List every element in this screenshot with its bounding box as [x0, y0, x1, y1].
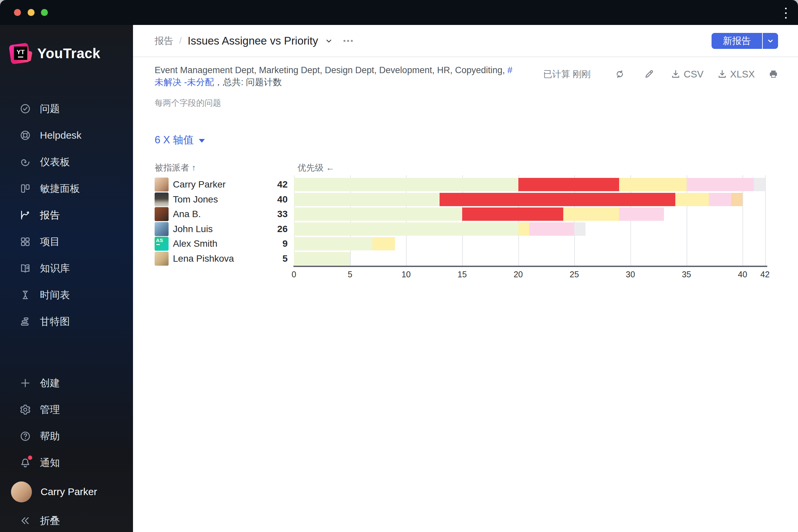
hourglass-icon	[19, 289, 31, 301]
breadcrumb-reports-link[interactable]: 报告	[155, 35, 173, 47]
page-title: Issues Assignee vs Priority	[188, 35, 318, 47]
sidebar-item-label: 时间表	[40, 288, 70, 302]
notification-badge	[28, 456, 32, 460]
bar-segment-priority-pink[interactable]	[619, 208, 664, 221]
bar-segment-priority-gray[interactable]	[574, 223, 586, 236]
chart-row-john-luis: John Luis26	[155, 222, 776, 237]
assignee-name[interactable]: Alex Smith	[173, 239, 217, 249]
bar-segment-priority-orange[interactable]	[731, 193, 742, 206]
priority-column-header[interactable]: 优先级 ←	[298, 162, 335, 174]
avatar	[11, 481, 32, 502]
chart-row-ana-b-: Ana B.33	[155, 207, 776, 222]
sidebar-item-仪表板[interactable]: 仪表板	[0, 149, 133, 175]
collapse-chevrons-icon	[19, 515, 31, 527]
sidebar-item-敏捷面板[interactable]: 敏捷面板	[0, 175, 133, 202]
plus-icon	[19, 377, 31, 389]
sidebar-item-label: 项目	[40, 235, 60, 249]
bar-segment-priority-pink[interactable]	[529, 223, 574, 236]
export-xlsx-button[interactable]: XLSX	[717, 69, 755, 80]
youtrack-logo-icon: YT	[9, 43, 30, 64]
refresh-icon[interactable]	[614, 69, 625, 79]
sidebar-item-项目[interactable]: 项目	[0, 228, 133, 255]
page-header: 报告 / Issues Assignee vs Priority 新报告	[133, 25, 798, 57]
assignee-column-header[interactable]: 被指派者 ↑	[155, 162, 196, 174]
bar-segment-priority-yellow[interactable]	[518, 223, 530, 236]
sidebar-item-帮助[interactable]: 帮助	[0, 423, 133, 450]
minimize-window-button[interactable]	[27, 9, 35, 16]
title-more-menu-icon[interactable]	[343, 40, 353, 42]
avatar: AS	[155, 237, 169, 251]
x-tick-label: 20	[514, 270, 523, 279]
zoom-window-button[interactable]	[41, 9, 48, 16]
assignee-name[interactable]: John Luis	[173, 224, 213, 234]
x-axis-values-dropdown[interactable]: 6 X 轴值	[155, 133, 205, 147]
sidebar-item-label: 通知	[40, 456, 60, 470]
x-axis-ticks: 051015202530354042	[155, 270, 776, 284]
close-window-button[interactable]	[14, 9, 21, 16]
screen: YT YouTrack 问题Helpdesk仪表板敏捷面板报告项目知识库时间表甘…	[0, 0, 798, 532]
report-toolbar: 已计算 刚刚	[543, 68, 779, 80]
chart-row-alex-smith: ASAlex Smith9	[155, 236, 776, 251]
main-content: 报告 / Issues Assignee vs Priority 新报告 Ev	[133, 25, 798, 532]
title-chevron-down-icon[interactable]	[325, 37, 333, 45]
edit-pencil-icon[interactable]	[644, 69, 654, 79]
export-csv-button[interactable]: CSV	[670, 69, 704, 80]
calculated-status-text: 已计算 刚刚	[543, 68, 591, 80]
assignee-total: 9	[251, 239, 288, 249]
bar-segment-priority-green[interactable]	[294, 252, 350, 265]
bar-segment-priority-green[interactable]	[294, 178, 518, 191]
bar-segment-priority-yellow[interactable]	[675, 193, 709, 206]
x-tick-label: 25	[570, 270, 579, 279]
x-tick-label: 10	[401, 270, 411, 279]
x-tick-label: 40	[738, 270, 747, 279]
sidebar-item-label: 知识库	[40, 262, 70, 275]
sidebar-item-label: Helpdesk	[40, 130, 81, 141]
bar-segment-priority-pink[interactable]	[709, 193, 731, 206]
gantt-icon	[19, 316, 31, 327]
assignee-name[interactable]: Lena Pishkova	[173, 253, 234, 264]
report-chart-icon	[19, 209, 31, 221]
bar-segment-priority-yellow[interactable]	[619, 178, 686, 191]
sidebar-item-创建[interactable]: 创建	[0, 370, 133, 396]
new-report-button[interactable]: 新报告	[711, 33, 762, 49]
sidebar-user-profile[interactable]: Carry Parker	[0, 476, 133, 507]
x-tick-label: 0	[291, 270, 296, 279]
new-report-split-button[interactable]: 新报告	[711, 33, 778, 49]
print-icon[interactable]	[768, 69, 779, 79]
bar-segment-priority-red[interactable]	[440, 193, 675, 206]
assignee-name[interactable]: Ana B.	[173, 209, 201, 220]
bar-segment-priority-red[interactable]	[518, 178, 620, 191]
sidebar-item-helpdesk[interactable]: Helpdesk	[0, 122, 133, 149]
youtrack-logo[interactable]: YT YouTrack	[9, 43, 100, 64]
report-filters-text: Event Management Dept, Marketing Dept, D…	[155, 64, 514, 88]
sidebar-item-知识库[interactable]: 知识库	[0, 255, 133, 282]
bar-segment-priority-green[interactable]	[294, 193, 440, 206]
gear-icon	[19, 404, 31, 416]
sidebar-item-label: 仪表板	[40, 155, 70, 169]
bar-segment-priority-yellow[interactable]	[563, 208, 620, 221]
sidebar: YT YouTrack 问题Helpdesk仪表板敏捷面板报告项目知识库时间表甘…	[0, 25, 133, 532]
sidebar-collapse-button[interactable]: 折叠	[0, 507, 133, 532]
sidebar-item-label: 问题	[40, 102, 60, 116]
sidebar-item-报告[interactable]: 报告	[0, 202, 133, 228]
sidebar-item-时间表[interactable]: 时间表	[0, 282, 133, 308]
bar-segment-priority-pink[interactable]	[687, 178, 754, 191]
new-report-dropdown-icon[interactable]	[763, 33, 778, 49]
bar-segment-priority-green[interactable]	[294, 208, 462, 221]
bar-segment-priority-gray[interactable]	[754, 178, 765, 191]
bar-segment-priority-green[interactable]	[294, 223, 518, 236]
sidebar-item-甘特图[interactable]: 甘特图	[0, 308, 133, 335]
bell-icon	[19, 457, 31, 469]
bar-segment-priority-yellow[interactable]	[373, 237, 395, 250]
kebab-menu-icon[interactable]	[783, 6, 789, 20]
bar-segment-priority-red[interactable]	[462, 208, 563, 221]
assignee-name[interactable]: Carry Parker	[173, 179, 226, 190]
bar-segment-priority-green[interactable]	[294, 237, 373, 250]
sidebar-item-管理[interactable]: 管理	[0, 396, 133, 423]
chart-row-tom-jones: Tom Jones40	[155, 192, 776, 207]
assignee-total: 5	[251, 253, 288, 264]
assignee-name[interactable]: Tom Jones	[173, 194, 218, 205]
sidebar-item-label: 甘特图	[40, 315, 70, 328]
sidebar-item-通知[interactable]: 通知	[0, 450, 133, 476]
sidebar-item-问题[interactable]: 问题	[0, 95, 133, 122]
